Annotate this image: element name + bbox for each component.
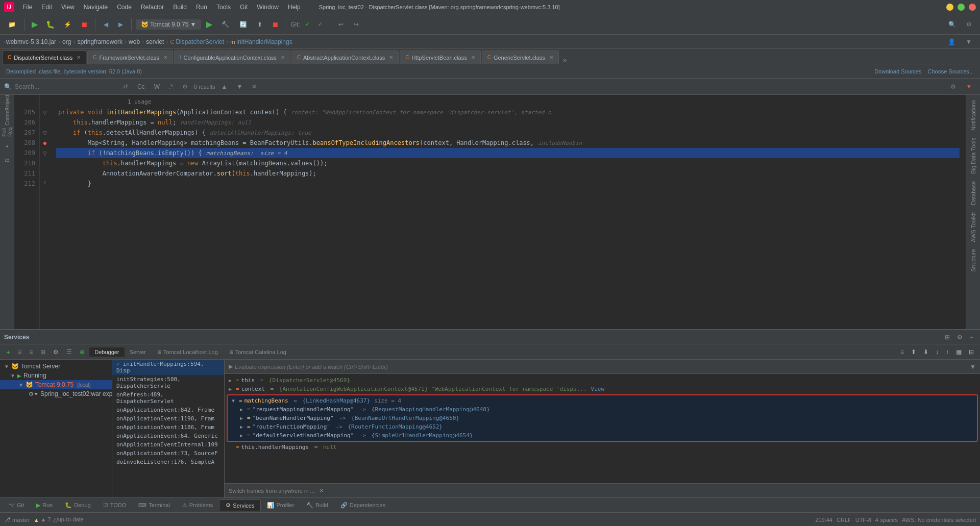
git-check2-button[interactable]: ✓ [315,20,326,29]
services-toolbar-more[interactable]: ☰ [63,347,75,357]
search-options-btn[interactable]: ⚙ [947,82,959,91]
eval-input[interactable] [235,364,968,370]
stop-tomcat-button[interactable]: ⏹ [268,19,282,30]
menu-tools[interactable]: Tools [212,3,235,12]
settings-button[interactable]: ⚙ [962,19,976,30]
bottom-tab-git[interactable]: ⌥ Git [2,500,30,511]
more-tabs-button[interactable]: » [560,56,570,64]
status-crlf[interactable]: CRLF [837,517,851,523]
fold-icon-205[interactable]: ▽ [43,110,47,115]
breadcrumb-jar[interactable]: -webmvc-5.3.10.jar [4,38,56,45]
fold-end-icon[interactable]: ╵ [43,181,46,187]
tab-close-0[interactable]: ✕ [77,55,81,60]
frame-item-3[interactable]: onApplicationEvent:842, Frame [112,406,224,414]
deploy-button[interactable]: ⬆ [253,19,266,30]
menu-git[interactable]: Git [236,3,252,12]
server-tab[interactable]: Server [125,347,151,357]
bottom-tab-terminal[interactable]: ⌨ Terminal [132,500,176,511]
tab-configurable-ctx[interactable]: I ConfigurableApplicationContext.class ✕ [174,51,290,64]
tree-item-tomcat-local[interactable]: ▼ 🐱 Tomcat 9.0.75 [local] [0,380,112,389]
reload-button[interactable]: 🔄 [235,19,251,30]
search-back-btn[interactable]: ↺ [120,82,131,91]
tab-framework-servlet[interactable]: C FrameworkServlet.class ✕ [87,51,173,64]
menu-window[interactable]: Window [253,3,283,12]
code-line-210[interactable]: this.handlerMappings = new ArrayList(mat… [56,158,960,168]
code-line-207[interactable]: if (this.detectAllHandlerMappings) { det… [56,128,960,138]
frame-item-2[interactable]: onRefresh:489, DispatcherServlet [112,390,224,406]
var-item-matching-beans[interactable]: ▼ = matchingBeans = {LinkedHashMap@4637}… [230,396,975,405]
search-input[interactable] [15,83,117,90]
search-prev-btn[interactable]: ▲ [218,82,231,91]
tab-dispatcher-servlet[interactable]: C DispatcherServlet.class ✕ [2,51,86,64]
fold-icon-207[interactable]: ▽ [43,130,47,136]
bottom-tab-dependencies[interactable]: 🔗 Dependencies [334,500,391,511]
forward-button[interactable]: ▶ [114,19,127,30]
stop-button[interactable]: ⏹ [78,19,91,30]
var-item-router-function[interactable]: ▶ = "routerFunctionMapping" -> {RouterFu… [230,422,975,431]
tab-close-4[interactable]: ✕ [471,55,475,60]
services-group-btn[interactable]: ⊞ [37,347,48,357]
search-case-btn[interactable]: Cc [134,82,148,91]
menu-edit[interactable]: Edit [37,3,56,12]
search-word-btn[interactable]: W [151,82,163,91]
menu-navigate[interactable]: Navigate [80,3,112,12]
bottom-tab-debug[interactable]: 🐛 Debug [59,500,96,511]
tab-abstract-ctx[interactable]: C AbstractApplicationContext.class ✕ [291,51,399,64]
code-line-212[interactable]: } [56,179,960,189]
breadcrumb-more[interactable]: ▼ [962,37,976,47]
tab-httpservletbean[interactable]: C HttpServletBean.class ✕ [400,51,480,64]
status-charset[interactable]: UTF-8 [855,517,871,523]
project-sidebar-icon[interactable]: Project [2,97,13,108]
frame-item-9[interactable]: doInvokeListener:176, SimpleA [112,458,224,466]
menu-view[interactable]: View [57,3,79,12]
redo-button[interactable]: ↪ [350,19,363,30]
aws-toolkit-icon[interactable]: ⬥ [2,140,13,151]
tomcat-catalina-log-tab[interactable]: 🖥 Tomcat Catalina Log [223,347,291,357]
eval-btn[interactable]: ▦ [953,347,965,357]
status-position[interactable]: 209:44 [815,517,832,523]
search-regex-btn[interactable]: .* [166,82,176,91]
structure-tab[interactable]: Structure [968,246,978,275]
bottom-tab-run[interactable]: ▶ Run [30,500,59,511]
status-indent[interactable]: 4 spaces [875,517,898,523]
code-line-209[interactable]: if (!matchingBeans.isEmpty()) { matching… [56,148,960,158]
back-button[interactable]: ◀ [100,19,112,30]
frame-item-4[interactable]: onApplicationEvent:1190, Fram [112,414,224,423]
frame-item-6[interactable]: onApplicationEvent:64, Generic [112,432,224,440]
status-git[interactable]: ⎇ master [4,516,30,523]
search-everywhere-button[interactable]: 🔍 [944,19,960,30]
build-button[interactable]: 🔨 [217,19,233,30]
commit-icon[interactable]: Commit [2,111,13,122]
code-line-211[interactable]: AnnotationAwareOrderComparator.sort(this… [56,168,960,179]
bottom-tab-problems[interactable]: ⚠ Problems [176,500,219,511]
debug-button[interactable]: 🐛 [43,19,58,30]
tomcat-localhost-log-tab[interactable]: 🖥 Tomcat Localhost Log [151,347,223,357]
search-filter-btn[interactable]: ⚙ [179,82,191,91]
services-add-icon[interactable]: ⊕ [77,347,88,357]
expand-all-frames-btn[interactable]: ≡ [897,347,907,357]
breadcrumb-class[interactable]: C DispatcherServlet [170,38,224,45]
bottom-tab-todo[interactable]: ☑ TODO [97,500,133,511]
search-filter-icon-btn[interactable]: 🔻 [962,82,976,91]
frame-item-7[interactable]: onApplicationEventInternal:109 [112,440,224,449]
var-item-handler-mappings[interactable]: = this.handlerMappings = null [225,443,980,452]
context-view-link[interactable]: View [591,386,605,392]
menu-help[interactable]: Help [284,3,305,12]
breadcrumb-method[interactable]: m initHandlerMappings [230,38,292,45]
notifications-tab[interactable]: Notifications [968,97,978,134]
bottom-tab-services[interactable]: ⚙ Services [219,499,261,511]
services-filter-btn[interactable]: ⚙ [50,347,62,357]
minimize-button[interactable] [946,4,953,11]
undo-button[interactable]: ↩ [334,19,348,30]
menu-code[interactable]: Code [113,3,136,12]
breadcrumb-user-icon[interactable]: 👤 [944,37,960,47]
menu-file[interactable]: File [18,3,36,12]
code-line-206[interactable]: this.handlerMappings = null; handlerMapp… [56,117,960,128]
code-line-205[interactable]: private void initHandlerMappings(Applica… [56,107,960,117]
services-new-btn[interactable]: + [3,347,13,357]
tab-generic-servlet[interactable]: C GenericServlet.class ✕ [482,51,559,64]
run-button[interactable]: ▶ [29,18,41,30]
profile-button[interactable]: ⚡ [60,19,76,30]
run-tomcat-button[interactable]: ▶ [203,18,215,30]
breadcrumb-org[interactable]: org [62,38,71,45]
